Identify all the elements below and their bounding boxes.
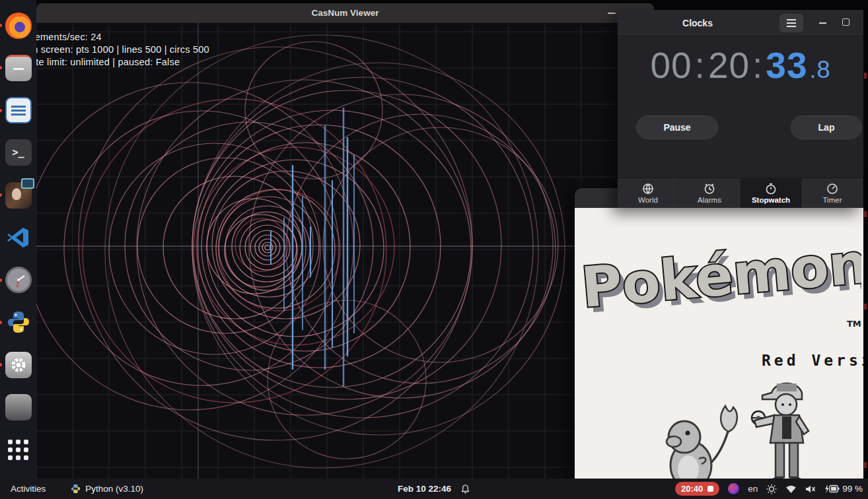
dock-item-image-viewer[interactable] — [5, 182, 32, 209]
recording-time: 20:40 — [681, 484, 703, 494]
image-viewer-icon — [5, 182, 32, 209]
desktop-edge-mark — [864, 211, 867, 217]
casnum-titlebar[interactable]: CasNum Viewer — [36, 3, 654, 23]
brightness-icon[interactable] — [766, 484, 777, 494]
battery-indicator[interactable]: 99 % — [825, 484, 863, 494]
pause-button-label: Pause — [663, 122, 690, 133]
stopwatch-minutes: 20 — [708, 44, 750, 86]
dock-item-vscode[interactable] — [5, 224, 32, 251]
dock-item-python[interactable] — [5, 309, 32, 336]
dock-item-settings[interactable] — [5, 351, 32, 378]
dock-item-libreoffice-writer[interactable] — [5, 97, 32, 124]
tab-alarms-label: Alarms — [698, 196, 721, 204]
dock-item-show-applications[interactable] — [5, 436, 32, 463]
dock-item-screen-capture[interactable] — [5, 393, 32, 420]
tab-stopwatch[interactable]: Stopwatch — [741, 178, 802, 208]
terminal-icon: >_ — [5, 139, 32, 166]
window-maximize-icon[interactable] — [842, 18, 850, 26]
running-indicator — [0, 279, 2, 282]
tab-world[interactable]: World — [618, 178, 679, 208]
dock-item-terminal[interactable]: >_ — [5, 139, 32, 166]
activities-button[interactable]: Activities — [7, 484, 50, 494]
taskbar: Activities Python (v3.10) Feb 10 22:46 2… — [0, 479, 868, 499]
stop-recording-icon[interactable] — [707, 486, 713, 492]
clocks-tab-bar: World Alarms Stopwatch Timer — [618, 178, 863, 208]
dock-item-files[interactable] — [5, 54, 32, 81]
running-indicator — [0, 193, 2, 197]
firefox-icon — [5, 13, 32, 39]
python-icon — [71, 484, 81, 494]
tab-timer-label: Timer — [823, 196, 842, 204]
screen-capture-icon — [5, 394, 32, 420]
viewer-stats-overlay: elements/sec: 24 on screen: pts 1000 | l… — [36, 31, 209, 69]
tab-stopwatch-label: Stopwatch — [752, 196, 790, 204]
running-indicator — [0, 109, 2, 112]
hamburger-menu-icon[interactable] — [779, 14, 803, 32]
clocks-header[interactable]: Clocks — [618, 10, 863, 36]
running-indicator — [0, 24, 2, 27]
recorder-app-icon[interactable] — [728, 483, 739, 494]
battery-charging-icon — [825, 484, 840, 493]
running-indicator — [0, 321, 2, 324]
tab-alarms[interactable]: Alarms — [679, 178, 741, 208]
running-indicator — [0, 66, 2, 69]
casnum-viewer-window: CasNum Viewer elements/sec: 24 on screen… — [36, 3, 654, 479]
casnum-viewport: elements/sec: 24 on screen: pts 1000 | l… — [36, 23, 654, 479]
stat-on-screen: on screen: pts 1000 | lines 500 | circs … — [36, 44, 209, 56]
tab-world-label: World — [638, 196, 658, 204]
globe-icon — [642, 183, 654, 195]
timer-icon — [826, 183, 838, 195]
clocks-window: Clocks 00 : 20 : 33 .8 Pause Lap — [618, 10, 863, 208]
pokemon-game-screen[interactable]: Pokémon Pokémon TM Red Version — [575, 208, 863, 499]
pokemon-logo-text: Pokémon — [579, 231, 861, 321]
trademark-label: TM — [847, 319, 861, 329]
stopwatch-fraction: .8 — [810, 56, 831, 84]
volume-muted-icon[interactable] — [805, 484, 816, 494]
wifi-icon[interactable] — [785, 484, 797, 494]
running-indicator — [0, 363, 2, 366]
pokemon-emulator-window[interactable]: Pokémon Pokémon TM Red Version — [575, 188, 863, 499]
desktop-edge-mark — [864, 462, 867, 468]
dock-item-firefox[interactable] — [5, 12, 32, 39]
dock: >_ — [0, 0, 36, 479]
language-indicator[interactable]: en — [748, 484, 758, 494]
app-grid-icon — [8, 440, 28, 460]
dock-item-clocks[interactable] — [5, 267, 32, 294]
alarm-clock-icon — [704, 183, 715, 195]
viewer-canvas[interactable] — [36, 23, 654, 479]
desktop: CasNum Viewer elements/sec: 24 on screen… — [0, 0, 868, 499]
tab-timer[interactable]: Timer — [802, 178, 863, 208]
stat-elements-per-sec: elements/sec: 24 — [36, 31, 209, 44]
vscode-icon — [7, 226, 30, 249]
stopwatch-hours: 00 — [650, 44, 692, 86]
taskbar-clock[interactable]: Feb 10 22:46 — [398, 484, 451, 494]
pause-button[interactable]: Pause — [636, 116, 718, 139]
time-separator: : — [752, 44, 763, 86]
clocks-window-title: Clocks — [618, 10, 778, 36]
time-separator: : — [695, 44, 705, 86]
screen-recording-badge[interactable]: 20:40 — [675, 482, 719, 496]
stopwatch-time: 00 : 20 : 33 .8 — [618, 44, 863, 97]
gear-icon — [5, 352, 32, 378]
stopwatch-icon — [765, 183, 777, 195]
window-minimize-icon[interactable] — [819, 22, 826, 24]
focused-app-label: Python (v3.10) — [85, 484, 143, 494]
desktop-edge-mark — [864, 73, 867, 79]
focused-app-indicator[interactable]: Python (v3.10) — [71, 484, 143, 494]
lap-button-label: Lap — [818, 122, 835, 133]
stopwatch-seconds: 33 — [766, 44, 807, 86]
python-icon — [7, 310, 30, 334]
battery-percent-label: 99 % — [842, 484, 863, 494]
version-label: Red Version — [762, 352, 863, 369]
desktop-edge-mark — [864, 304, 867, 310]
notification-bell-icon[interactable] — [460, 484, 470, 494]
writer-document-icon — [5, 97, 32, 123]
clock-icon — [5, 267, 32, 293]
files-folder-icon — [5, 55, 32, 81]
stat-rate-limit: rate limit: unlimited | paused: False — [36, 56, 209, 69]
pokemon-logo: Pokémon Pokémon TM — [579, 226, 861, 332]
casnum-window-title: CasNum Viewer — [312, 8, 379, 18]
window-minimize-icon[interactable] — [608, 13, 616, 14]
lap-button[interactable]: Lap — [791, 116, 862, 139]
